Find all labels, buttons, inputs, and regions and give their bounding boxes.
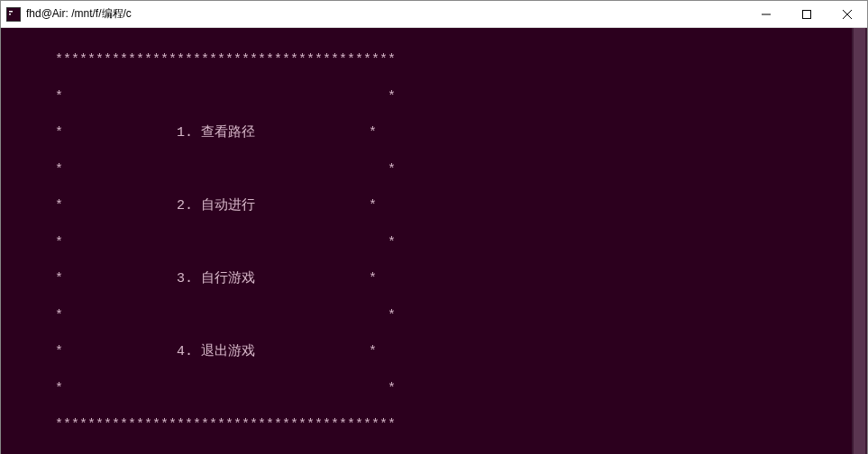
svg-rect-2 [9, 11, 13, 13]
minimize-button[interactable] [745, 1, 786, 27]
menu-item-2: * 2. 自动进行 * [1, 197, 852, 215]
menu-row: * * [1, 161, 852, 179]
titlebar[interactable]: fhd@Air: /mnt/f/编程/c [1, 1, 867, 28]
close-button[interactable] [827, 1, 867, 27]
maximize-button[interactable] [786, 1, 827, 27]
terminal-area: ****************************************… [1, 28, 867, 454]
menu-row: * * [1, 307, 852, 325]
menu-row: * * [1, 234, 852, 252]
svg-rect-5 [802, 10, 810, 18]
menu-border-top: ****************************************… [1, 51, 852, 69]
menu-item-4: * 4. 退出游戏 * [1, 343, 852, 361]
terminal-content[interactable]: ****************************************… [1, 28, 852, 454]
window-title: fhd@Air: /mnt/f/编程/c [26, 6, 745, 22]
scroll-thumb[interactable] [854, 28, 865, 454]
menu-item-1: * 1. 查看路径 * [1, 124, 852, 142]
menu-border-bottom: ****************************************… [1, 416, 852, 434]
menu-row: * * [1, 380, 852, 398]
menu-row: * * [1, 88, 852, 106]
terminal-app-icon [6, 7, 21, 22]
app-window: fhd@Air: /mnt/f/编程/c *******************… [0, 0, 868, 454]
vertical-scrollbar[interactable] [852, 28, 867, 454]
menu-item-3: * 3. 自行游戏 * [1, 270, 852, 288]
svg-rect-3 [9, 14, 11, 15]
